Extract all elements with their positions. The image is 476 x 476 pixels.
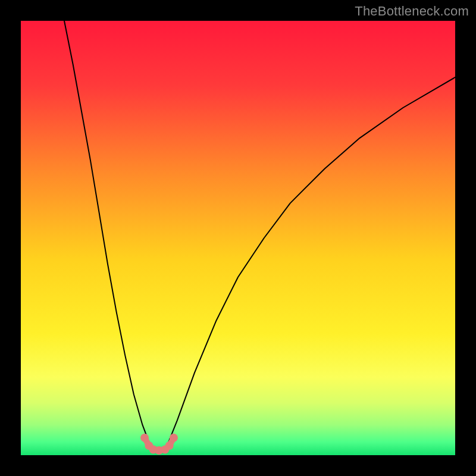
marker-valley-marker: [140, 434, 149, 442]
series-bottleneck-curve-left: [64, 21, 149, 442]
plot-area: [21, 21, 455, 455]
marker-valley-marker: [165, 441, 174, 450]
chart-frame: TheBottleneck.com: [0, 0, 476, 476]
series-bottleneck-curve-right: [168, 77, 455, 442]
curve-layer: [21, 21, 455, 455]
watermark-label: TheBottleneck.com: [355, 4, 469, 19]
marker-valley-marker: [170, 434, 178, 442]
